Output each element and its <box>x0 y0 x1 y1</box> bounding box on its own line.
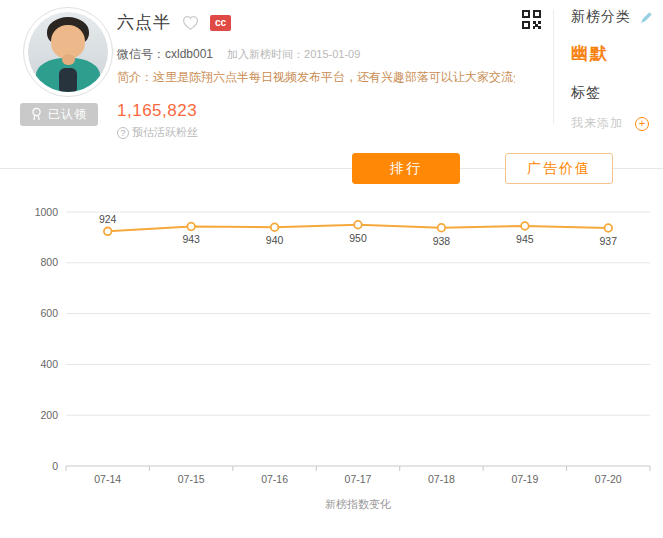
question-circle-icon[interactable]: ? <box>117 127 129 139</box>
category-panel: 新榜分类 幽默 标签 我来添加 + <box>571 8 657 132</box>
vertical-divider <box>553 10 554 124</box>
y-axis-tick-label: 600 <box>40 307 58 319</box>
claimed-label: 已认领 <box>48 106 87 123</box>
category-title: 新榜分类 <box>571 8 631 26</box>
data-point-label: 937 <box>600 235 618 247</box>
x-axis-tick-label: 07-20 <box>595 473 622 485</box>
qr-code-icon[interactable] <box>522 10 541 29</box>
x-axis-tick-label: 07-17 <box>345 473 372 485</box>
medal-icon <box>31 107 42 122</box>
data-point[interactable] <box>271 223 279 231</box>
y-axis-tick-label: 800 <box>40 256 58 268</box>
data-point-label: 945 <box>516 233 534 245</box>
data-point[interactable] <box>521 222 529 230</box>
favorite-heart-icon[interactable] <box>182 15 199 31</box>
edit-pencil-icon[interactable] <box>640 11 653 24</box>
tags-title: 标签 <box>571 84 657 102</box>
y-axis-tick-label: 200 <box>40 409 58 421</box>
data-point[interactable] <box>604 224 612 232</box>
x-axis-tick-label: 07-14 <box>94 473 121 485</box>
account-name: 六点半 <box>117 11 171 34</box>
avatar-photo <box>28 12 108 92</box>
index-trend-chart: 0200400600800100007-1407-1507-1607-1707-… <box>0 200 663 538</box>
intro-text: 简介：这里是陈翔六点半每日视频发布平台，还有兴趣部落可以让大家交流分... <box>117 69 515 86</box>
data-point[interactable] <box>354 221 362 229</box>
data-point-label: 924 <box>99 213 117 225</box>
data-point-label: 938 <box>433 235 451 247</box>
claimed-badge: 已认领 <box>20 103 98 126</box>
tab-ad-value[interactable]: 广告价值 <box>505 153 613 184</box>
y-axis-tick-label: 1000 <box>35 206 59 218</box>
cc-badge: cc <box>210 15 231 31</box>
y-axis-tick-label: 400 <box>40 358 58 370</box>
x-axis-tick-label: 07-19 <box>511 473 538 485</box>
data-point-label: 950 <box>349 232 367 244</box>
avatar <box>23 7 113 97</box>
wechat-id: 微信号：cxldb001 <box>117 46 213 63</box>
data-point[interactable] <box>438 224 446 232</box>
data-point-label: 940 <box>266 234 284 246</box>
fans-count: 1,165,823 <box>117 101 517 121</box>
x-axis-tick-label: 07-16 <box>261 473 288 485</box>
data-point[interactable] <box>187 223 195 231</box>
data-point-label: 943 <box>182 233 200 245</box>
category-value[interactable]: 幽默 <box>571 42 657 65</box>
account-detail-page: 已认领 六点半 cc 微信号：cxldb001 加入新榜时间：2015-01-0… <box>0 0 663 538</box>
data-point[interactable] <box>104 228 112 236</box>
x-axis-tick-label: 07-15 <box>178 473 205 485</box>
x-axis-title: 新榜指数变化 <box>325 498 391 510</box>
join-date: 加入新榜时间：2015-01-09 <box>227 47 360 62</box>
add-plus-icon[interactable]: + <box>635 117 649 131</box>
profile-info: 六点半 cc 微信号：cxldb001 加入新榜时间：2015-01-09 简介… <box>117 0 517 140</box>
chart-canvas: 0200400600800100007-1407-1507-1607-1707-… <box>0 200 663 538</box>
y-axis-tick-label: 0 <box>52 460 58 472</box>
tab-rank[interactable]: 排行 <box>352 153 460 184</box>
add-tag-label[interactable]: 我来添加 <box>571 115 623 132</box>
x-axis-tick-label: 07-18 <box>428 473 455 485</box>
fans-label: 预估活跃粉丝 <box>132 125 198 140</box>
